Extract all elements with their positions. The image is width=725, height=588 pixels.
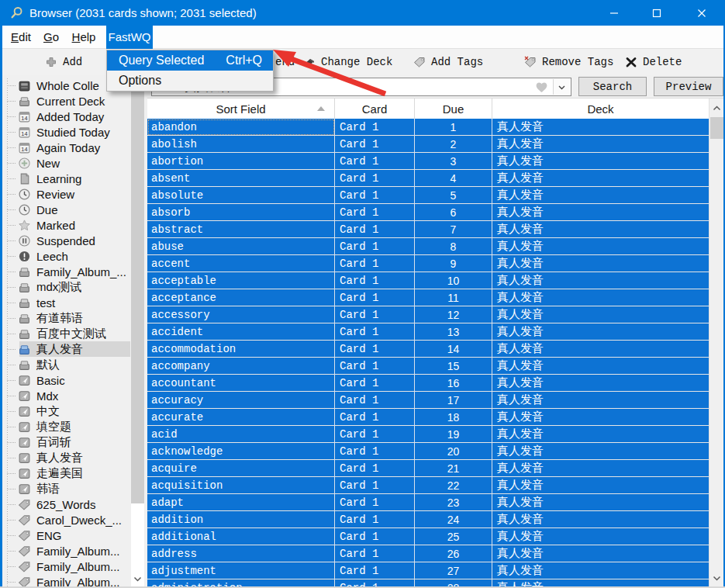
sidebar-item[interactable]: Carol_Dweck_... bbox=[2, 512, 144, 527]
menubar-item-go[interactable]: Go bbox=[39, 26, 64, 49]
chevron-down-icon[interactable] bbox=[712, 572, 722, 583]
table-scrollbar[interactable] bbox=[709, 99, 723, 586]
sidebar-item[interactable]: test bbox=[2, 295, 144, 310]
preview-button[interactable]: Preview bbox=[654, 77, 723, 96]
combo-dropdown-button[interactable] bbox=[553, 79, 570, 95]
table-row[interactable]: acceptableCard 110真人发音 bbox=[147, 272, 709, 289]
sidebar-item[interactable]: Family_Album... bbox=[2, 543, 144, 559]
table-row[interactable]: abortionCard 13真人发音 bbox=[147, 153, 709, 170]
table-row[interactable]: acceptanceCard 111真人发音 bbox=[147, 289, 709, 306]
sidebar-item[interactable]: New bbox=[2, 155, 144, 171]
toolbar-button-add[interactable]: Add bbox=[45, 49, 82, 75]
menubar-item-help[interactable]: Help bbox=[67, 26, 101, 49]
sidebar-item[interactable]: Leech bbox=[2, 248, 144, 264]
sidebar-item[interactable]: Family_Album... bbox=[2, 574, 144, 586]
table-row[interactable]: accentCard 19真人发音 bbox=[147, 255, 709, 272]
sidebar-item[interactable]: 14Again Today bbox=[2, 140, 144, 155]
table-row[interactable]: accurateCard 118真人发音 bbox=[147, 409, 709, 426]
table-row[interactable]: absentCard 14真人发音 bbox=[147, 170, 709, 187]
table-row[interactable]: additionalCard 125真人发音 bbox=[147, 528, 709, 545]
sidebar-item[interactable]: Current Deck bbox=[2, 93, 144, 109]
toolbar-button-remove-tags[interactable]: Remove Tags bbox=[524, 49, 613, 75]
sidebar-item[interactable]: 14Studied Today bbox=[2, 124, 144, 140]
sidebar-item[interactable]: Basic bbox=[2, 372, 144, 388]
menubar-item-fastwq[interactable]: FastWQ bbox=[106, 26, 153, 49]
sidebar-item[interactable]: 真人发音 bbox=[2, 341, 144, 357]
menu-item-options[interactable]: Options bbox=[107, 71, 273, 91]
menu-item-query-selected[interactable]: Query Selected Ctrl+Q bbox=[107, 50, 273, 71]
sidebar-item[interactable]: Suspended bbox=[2, 233, 144, 248]
chevron-up-icon[interactable] bbox=[712, 102, 722, 112]
table-row[interactable]: acidCard 119真人发音 bbox=[147, 426, 709, 443]
table-row[interactable]: abstractCard 17真人发音 bbox=[147, 221, 709, 238]
table-row[interactable]: abolishCard 12真人发音 bbox=[147, 136, 709, 153]
table-row[interactable]: abandonCard 11真人发音 bbox=[147, 119, 709, 136]
chevron-down-icon[interactable] bbox=[133, 573, 143, 583]
table-row[interactable]: acknowledgeCard 120真人发音 bbox=[147, 443, 709, 460]
table-scroll-thumb[interactable] bbox=[710, 117, 723, 139]
sidebar-item[interactable]: 韩语 bbox=[2, 481, 144, 496]
sidebar-item[interactable]: 走遍美国 bbox=[2, 465, 144, 481]
sidebar-item[interactable]: ENG bbox=[2, 527, 144, 543]
close-button[interactable] bbox=[684, 0, 720, 26]
minimize-button[interactable] bbox=[596, 0, 632, 26]
table-row[interactable]: accessoryCard 112真人发音 bbox=[147, 306, 709, 323]
toolbar-button-end[interactable]: end bbox=[275, 49, 295, 75]
toolbar-button-add-tags[interactable]: Add Tags bbox=[413, 49, 483, 75]
tree-stub bbox=[7, 396, 16, 396]
cell-deck: 真人发音 bbox=[492, 119, 709, 136]
sidebar-item[interactable]: Family_Album... bbox=[2, 559, 144, 574]
column-header-deck[interactable]: Deck bbox=[492, 99, 709, 119]
sidebar-scrollbar[interactable] bbox=[131, 75, 144, 586]
sidebar-item[interactable]: 百词斩 bbox=[2, 434, 144, 450]
sidebar-item[interactable]: Family_Album_... bbox=[2, 264, 144, 279]
maximize-button[interactable] bbox=[639, 0, 675, 26]
table-row[interactable]: accompanyCard 115真人发音 bbox=[147, 358, 709, 375]
search-button[interactable]: Search bbox=[578, 77, 647, 96]
column-header-sort-field[interactable]: Sort Field bbox=[147, 99, 335, 119]
tree-stub bbox=[7, 256, 16, 257]
sidebar-item[interactable]: Marked bbox=[2, 217, 144, 233]
menubar-item-edit[interactable]: Edit bbox=[6, 26, 36, 49]
column-header-due[interactable]: Due bbox=[415, 99, 492, 119]
sidebar-item-label: Family_Album... bbox=[36, 545, 120, 558]
toolbar-button-change-deck[interactable]: Change Deck bbox=[303, 49, 392, 75]
table-row[interactable]: addressCard 126真人发音 bbox=[147, 545, 709, 562]
sidebar-item[interactable]: 真人发音 bbox=[2, 450, 144, 465]
table-row[interactable]: acquisitionCard 122真人发音 bbox=[147, 477, 709, 494]
sidebar-item[interactable]: 默认 bbox=[2, 357, 144, 372]
table-row[interactable]: accidentCard 113真人发音 bbox=[147, 323, 709, 341]
table-row[interactable]: administrationCard 128真人发音 bbox=[147, 579, 709, 586]
column-header-card[interactable]: Card bbox=[335, 99, 415, 119]
cell-due: 11 bbox=[415, 289, 492, 306]
sidebar-item[interactable]: Due bbox=[2, 202, 144, 217]
sidebar-item[interactable]: Review bbox=[2, 186, 144, 202]
sidebar-item[interactable]: 百度中文测试 bbox=[2, 326, 144, 341]
table-row[interactable]: abuseCard 18真人发音 bbox=[147, 238, 709, 255]
sidebar: Whole ColleCurrent Deck14Added Today14St… bbox=[2, 75, 144, 586]
sidebar-item[interactable]: 14Added Today bbox=[2, 109, 144, 124]
tag-icon bbox=[18, 545, 31, 558]
titlebar: Browser (2031 cards shown; 2031 selected… bbox=[0, 0, 725, 26]
toolbar-button-delete[interactable]: Delete bbox=[625, 49, 682, 75]
table-row[interactable]: adaptCard 123真人发音 bbox=[147, 494, 709, 511]
sidebar-item[interactable]: Mdx bbox=[2, 388, 144, 403]
table-row[interactable]: additionCard 124真人发音 bbox=[147, 511, 709, 528]
table-header: Sort Field Card Due Deck bbox=[147, 99, 723, 119]
table-row[interactable]: accommodationCard 114真人发音 bbox=[147, 341, 709, 358]
table-row[interactable]: adjustmentCard 127真人发音 bbox=[147, 562, 709, 579]
table-row[interactable]: acquireCard 121真人发音 bbox=[147, 460, 709, 477]
table-row[interactable]: absorbCard 16真人发音 bbox=[147, 204, 709, 221]
sidebar-item[interactable]: Learning bbox=[2, 171, 144, 186]
table-row[interactable]: accountantCard 116真人发音 bbox=[147, 375, 709, 392]
table-row[interactable]: absoluteCard 15真人发音 bbox=[147, 187, 709, 204]
tree-stub bbox=[7, 334, 16, 334]
sidebar-item[interactable]: 有道韩语 bbox=[2, 310, 144, 326]
sidebar-item[interactable]: mdx测试 bbox=[2, 279, 144, 295]
sidebar-item[interactable]: 625_Words bbox=[2, 496, 144, 512]
tag-icon bbox=[18, 514, 31, 527]
sidebar-item[interactable]: 填空题 bbox=[2, 419, 144, 434]
table-row[interactable]: accuracyCard 117真人发音 bbox=[147, 392, 709, 409]
sidebar-scroll-thumb[interactable] bbox=[131, 86, 144, 503]
sidebar-item[interactable]: 中文 bbox=[2, 403, 144, 419]
